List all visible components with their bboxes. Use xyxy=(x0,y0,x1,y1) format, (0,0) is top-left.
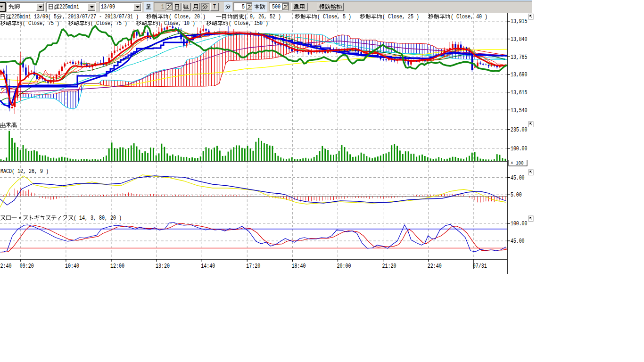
svg-text:21:20: 21:20 xyxy=(382,263,396,270)
svg-text:13,540: 13,540 xyxy=(511,107,527,114)
svg-text:T: T xyxy=(213,4,216,10)
svg-text:45.00: 45.00 xyxy=(511,174,525,181)
svg-text:500: 500 xyxy=(272,4,281,10)
svg-text:( 9, 26, 52 ): ( 9, 26, 52 ) xyxy=(244,14,281,20)
svg-text:100.00: 100.00 xyxy=(511,220,527,227)
svg-text:( Close, 20 ): ( Close, 20 ) xyxy=(169,14,206,20)
svg-text:( 14, 3, 80, 20 ): ( 14, 3, 80, 20 ) xyxy=(74,215,122,222)
svg-text:× 100: × 100 xyxy=(511,160,524,166)
svg-text:235.00: 235.00 xyxy=(511,126,527,133)
svg-text:45.00: 45.00 xyxy=(511,238,525,245)
svg-text:( Close, 150 ): ( Close, 150 ) xyxy=(229,20,268,27)
svg-text:, 2013/07/27 - 2013/07/31 ): , 2013/07/27 - 2013/07/31 ) xyxy=(62,14,139,20)
svg-text:( Close, 5 ): ( Close, 5 ) xyxy=(317,14,351,20)
svg-text:( Close, 75 ): ( Close, 75 ) xyxy=(23,20,59,27)
svg-text:MACD( 12, 26, 9 ): MACD( 12, 26, 9 ) xyxy=(0,168,49,175)
svg-text:( Close, 10 ): ( Close, 10 ) xyxy=(158,20,195,27)
svg-text:225mini 13/09( 5: 225mini 13/09( 5 xyxy=(11,14,57,20)
svg-text:12:00: 12:00 xyxy=(110,263,124,270)
svg-text:10:40: 10:40 xyxy=(65,263,79,270)
svg-text:07/31: 07/31 xyxy=(473,263,487,270)
svg-text:13,690: 13,690 xyxy=(511,71,527,78)
svg-text:20:00: 20:00 xyxy=(337,263,351,270)
svg-text:( Close, 75 ): ( Close, 75 ) xyxy=(91,20,127,27)
svg-text:13,615: 13,615 xyxy=(511,89,527,96)
svg-text:5: 5 xyxy=(242,4,245,10)
svg-text:1: 1 xyxy=(161,4,164,10)
svg-text:13,915: 13,915 xyxy=(511,18,527,25)
svg-text:17:20: 17:20 xyxy=(246,263,260,270)
svg-text:14:40: 14:40 xyxy=(201,263,215,270)
svg-text:22:40: 22:40 xyxy=(428,263,442,270)
svg-text:13,765: 13,765 xyxy=(511,54,527,61)
svg-text:18:40: 18:40 xyxy=(291,263,305,270)
svg-text:225mini: 225mini xyxy=(59,4,79,10)
svg-text:13,840: 13,840 xyxy=(511,36,527,43)
svg-text:09:20: 09:20 xyxy=(20,263,34,270)
svg-text:13:20: 13:20 xyxy=(156,263,170,270)
svg-text:( Close, 25 ): ( Close, 25 ) xyxy=(382,14,419,20)
svg-text:5.00: 5.00 xyxy=(511,191,522,198)
svg-text:2:40: 2:40 xyxy=(0,263,12,270)
svg-text:( Close, 40 ): ( Close, 40 ) xyxy=(451,14,487,20)
svg-text:100.00: 100.00 xyxy=(511,145,527,152)
svg-text:13/09: 13/09 xyxy=(101,4,115,10)
